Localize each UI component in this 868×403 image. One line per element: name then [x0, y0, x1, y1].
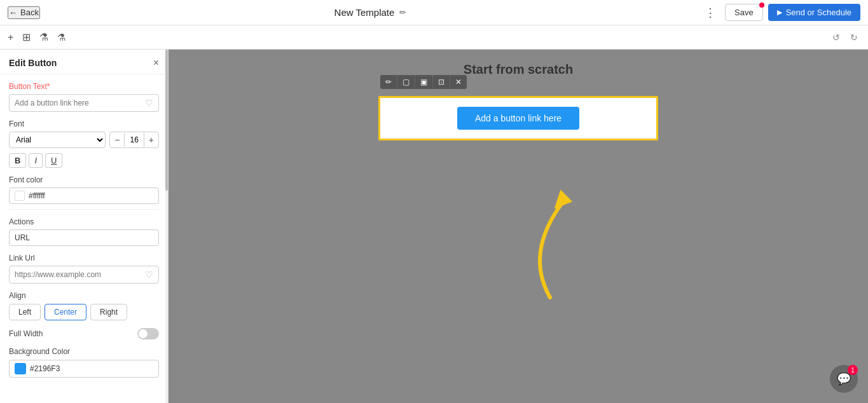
layers-icon[interactable]: ⊞: [22, 31, 31, 43]
align-row: Left Center Right: [9, 304, 159, 320]
font-label: Font: [9, 120, 159, 128]
block-tool-delete[interactable]: ✕: [450, 75, 467, 89]
link-url-input-row: ♡: [9, 266, 159, 283]
font-color-swatch: [15, 191, 25, 201]
font-size-value: 16: [124, 133, 144, 147]
format-row: B I U: [9, 153, 159, 168]
top-bar-center: New Template ✏: [334, 7, 407, 18]
block-toolbar: ✏ ▢ ▣ ⊡ ✕: [380, 75, 467, 89]
bg-color-swatch: [15, 363, 26, 374]
main-layout: Edit Button × Button Text* ♡ Font Arial …: [0, 50, 868, 403]
send-play-icon: ▶: [777, 8, 782, 17]
align-center-button[interactable]: Center: [45, 304, 86, 320]
button-block-wrapper: ✏ ▢ ▣ ⊡ ✕ Add a button link here: [378, 96, 658, 140]
panel-title: Edit Button: [9, 58, 57, 68]
panel-scrollbar-thumb: [165, 50, 168, 191]
back-label: Back: [20, 8, 39, 17]
font-color-value: #ffffff: [29, 191, 45, 200]
align-left-button[interactable]: Left: [9, 304, 41, 320]
link-url-label: Link Url: [9, 254, 159, 263]
bg-color-label: Background Color: [9, 347, 159, 356]
actions-label: Actions: [9, 217, 159, 226]
panel-close-button[interactable]: ×: [153, 57, 159, 69]
more-options-button[interactable]: ⋮: [701, 3, 720, 22]
block-tool-square1[interactable]: ▢: [397, 75, 415, 89]
canvas-area: Start from scratch ✏ ▢ ▣ ⊡ ✕ Add a butto…: [169, 50, 868, 403]
full-width-row: Full Width: [9, 328, 159, 339]
chat-icon: 💬: [837, 372, 851, 386]
arrow-annotation: [499, 189, 626, 304]
unsaved-dot: [759, 3, 764, 8]
panel-header: Edit Button ×: [0, 50, 168, 74]
top-bar-left: ← Back: [8, 6, 40, 19]
font-size-increase[interactable]: +: [144, 132, 158, 147]
link-url-input[interactable]: [15, 270, 145, 279]
top-bar: ← Back New Template ✏ ⋮ Save ▶ Send or S…: [0, 0, 868, 25]
button-preview[interactable]: Add a button link here: [457, 107, 579, 130]
button-text-input[interactable]: [15, 99, 145, 107]
align-right-button[interactable]: Right: [90, 304, 127, 320]
redo-button[interactable]: ↻: [848, 31, 860, 44]
beaker-icon[interactable]: ⚗: [57, 32, 65, 43]
canvas-title: Start from scratch: [464, 62, 573, 77]
bg-color-value: #2196F3: [30, 364, 60, 373]
send-label: Send or Schedule: [786, 8, 851, 17]
font-size-control: − 16 +: [109, 132, 159, 148]
divider-1: [9, 209, 159, 210]
add-element-icon[interactable]: +: [8, 32, 13, 43]
font-row: Arial − 16 +: [9, 132, 159, 148]
italic-button[interactable]: I: [29, 153, 43, 168]
left-panel: Edit Button × Button Text* ♡ Font Arial …: [0, 50, 169, 403]
edit-title-icon[interactable]: ✏: [399, 8, 406, 17]
bg-color-row[interactable]: #2196F3: [9, 360, 159, 378]
toolbar2-left: + ⊞ ⚗ ⚗: [8, 31, 65, 43]
align-label: Align: [9, 291, 159, 300]
font-size-decrease[interactable]: −: [110, 132, 124, 147]
undo-button[interactable]: ↺: [830, 31, 843, 44]
block-tool-square3[interactable]: ⊡: [433, 75, 450, 89]
full-width-label: Full Width: [9, 329, 43, 338]
filter-icon[interactable]: ⚗: [39, 31, 48, 43]
block-tool-edit[interactable]: ✏: [380, 75, 397, 89]
font-color-row[interactable]: #ffffff: [9, 188, 159, 204]
send-schedule-button[interactable]: ▶ Send or Schedule: [768, 4, 860, 21]
button-text-input-row: ♡: [9, 94, 159, 112]
back-arrow-icon: ←: [9, 8, 18, 18]
button-text-label: Button Text*: [9, 82, 159, 91]
panel-content: Button Text* ♡ Font Arial − 16 + B: [0, 74, 168, 385]
block-tool-square2[interactable]: ▣: [415, 75, 433, 89]
chat-badge: 1: [848, 365, 858, 375]
panel-scrollbar: [165, 50, 168, 403]
second-toolbar: + ⊞ ⚗ ⚗ ↺ ↻: [0, 25, 868, 50]
font-color-label: Font color: [9, 175, 159, 184]
bold-button[interactable]: B: [9, 153, 26, 168]
font-select[interactable]: Arial: [9, 132, 106, 148]
link-icon: ♡: [145, 98, 153, 108]
canvas-block: ✏ ▢ ▣ ⊡ ✕ Add a button link here: [378, 96, 658, 140]
page-title: New Template: [334, 7, 395, 18]
underline-button[interactable]: U: [45, 153, 62, 168]
back-button[interactable]: ← Back: [8, 6, 40, 19]
actions-select[interactable]: URL: [9, 229, 159, 246]
link-url-icon: ♡: [145, 270, 153, 280]
toolbar2-right: ↺ ↻: [830, 31, 860, 44]
full-width-toggle[interactable]: [137, 328, 159, 339]
save-button[interactable]: Save: [725, 4, 763, 21]
chat-bubble[interactable]: 💬 1: [830, 365, 858, 393]
top-bar-right: ⋮ Save ▶ Send or Schedule: [701, 3, 860, 22]
